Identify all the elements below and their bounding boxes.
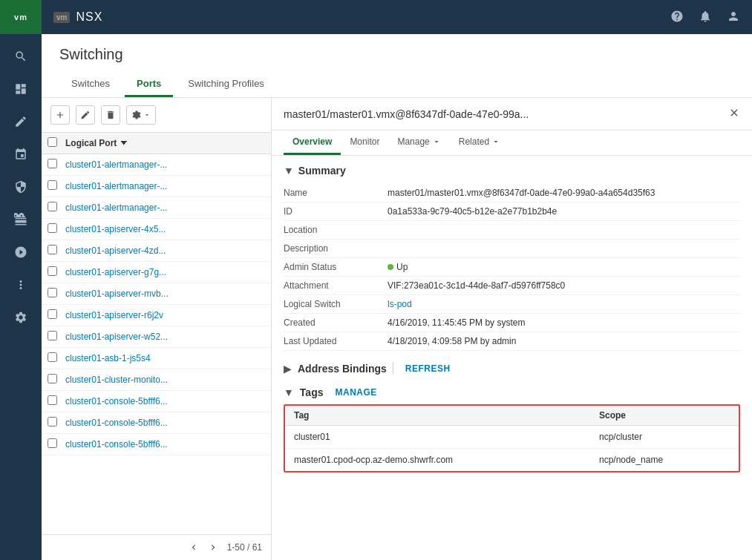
delete-button[interactable] [101,105,120,125]
tab-ports[interactable]: Ports [125,72,173,97]
list-item[interactable]: cluster01-alertmanager-... [42,197,271,219]
tab-switches[interactable]: Switches [59,72,122,97]
detail-tab-related[interactable]: Related [450,131,509,155]
scope-value-0: ncp/cluster [590,426,739,448]
detail-tab-overview[interactable]: Overview [284,131,341,155]
summary-toggle-icon: ▼ [284,165,294,177]
sidebar-item-network[interactable] [0,138,42,171]
row-checkbox-11[interactable] [48,395,65,407]
page-header: Switching Switches Ports Switching Profi… [42,34,752,98]
sidebar-item-search[interactable] [0,40,42,73]
list-item[interactable]: cluster01-asb-1-js5s4 [42,348,271,369]
logo-text: vm [14,13,27,22]
row-checkbox-10[interactable] [48,374,65,386]
scope-value-1: ncp/node_name [590,449,739,471]
tab-switching-profiles[interactable]: Switching Profiles [176,72,276,97]
list-item[interactable]: cluster01-apiserver-4x5... [42,219,271,240]
topbar-vm-logo: vm [53,12,70,23]
address-bindings-header: ▶ Address Bindings REFRESH [284,363,740,375]
summary-section: ▼ Summary Name master01/master01.vmx@8f6… [284,165,740,351]
row-text-2: cluster01-alertmanager-... [65,202,167,213]
tags-manage-button[interactable]: MANAGE [336,387,377,398]
sidebar-item-settings[interactable] [0,301,42,334]
property-label-4: Admin Status [284,262,388,272]
row-checkbox-5[interactable] [48,266,65,278]
row-checkbox-3[interactable] [48,223,65,235]
list-item[interactable]: cluster01-console-5bfff6... [42,412,271,434]
list-item[interactable]: cluster01-console-5bfff6... [42,434,271,455]
list-item[interactable]: cluster01-apiserver-r6j2v [42,305,271,326]
select-all-checkbox[interactable] [48,137,65,149]
property-value-7: 4/16/2019, 11:45:45 PM by system [388,317,740,328]
edit-button[interactable] [76,105,95,125]
property-value-8: 4/18/2019, 4:09:58 PM by admin [388,336,740,346]
property-value-2 [388,225,740,235]
property-label-2: Location [284,225,388,235]
list-item[interactable]: cluster01-apiserver-g7g... [42,262,271,283]
detail-tab-manage[interactable]: Manage [388,131,449,155]
list-rows-container: cluster01-alertmanager-... cluster01-ale… [42,154,271,455]
prev-page-button[interactable] [186,539,202,556]
row-checkbox-8[interactable] [48,331,65,343]
status-dot [388,264,393,270]
property-value-1: 0a1a533a-9c79-40c5-b12e-a2e77b1b2b4e [388,206,740,217]
sidebar-item-security[interactable] [0,171,42,203]
sidebar-item-edit[interactable] [0,105,42,138]
row-text-11: cluster01-console-5bfff6... [65,396,168,406]
summary-field-row: Logical Switch ls-pod [284,295,740,314]
summary-field-row: ID 0a1a533a-9c79-40c5-b12e-a2e77b1b2b4e [284,202,740,221]
row-text-7: cluster01-apiserver-r6j2v [65,310,163,320]
sidebar-item-dashboard[interactable] [0,73,42,105]
row-text-3: cluster01-apiserver-4x5... [65,224,166,234]
sidebar-item-more[interactable] [0,269,42,301]
list-item[interactable]: cluster01-apiserver-mvb... [42,283,271,305]
row-checkbox-9[interactable] [48,352,65,364]
property-label-0: Name [284,188,388,198]
next-page-button[interactable] [205,539,221,556]
right-panel: master01/master01.vmx@8f6347df-0ade-47e0… [272,98,752,560]
row-text-12: cluster01-console-5bfff6... [65,418,168,428]
user-icon[interactable] [727,10,740,25]
list-item[interactable]: cluster01-alertmanager-... [42,154,271,176]
row-checkbox-12[interactable] [48,417,65,429]
property-label-7: Created [284,317,388,328]
app-logo: vm [0,0,42,34]
row-text-13: cluster01-console-5bfff6... [65,439,168,449]
property-value-link-6[interactable]: ls-pod [388,299,740,309]
list-item[interactable]: cluster01-apiserver-4zd... [42,240,271,262]
row-checkbox-2[interactable] [48,202,65,214]
tags-title: Tags [300,386,324,398]
select-all-input[interactable] [48,137,57,147]
main-tabs: Switches Ports Switching Profiles [59,72,734,97]
tags-row: master01.cpod-ocp.az-demo.shwrfr.com ncp… [285,449,739,471]
row-checkbox-1[interactable] [48,180,65,192]
detail-tab-monitor[interactable]: Monitor [341,131,388,155]
summary-field-row: Last Updated 4/18/2019, 4:09:58 PM by ad… [284,332,740,351]
address-bindings-toggle-icon: ▶ [284,363,292,375]
sidebar-item-plugins[interactable] [0,236,42,269]
row-checkbox-0[interactable] [48,159,65,171]
row-checkbox-7[interactable] [48,309,65,321]
list-item[interactable]: cluster01-console-5bfff6... [42,391,271,412]
tags-col-tag-header: Tag [285,406,590,425]
list-item[interactable]: cluster01-apiserver-w52... [42,326,271,348]
property-value-3 [388,243,740,254]
add-button[interactable] [50,105,70,125]
gear-dropdown-button[interactable] [126,105,156,125]
bell-icon[interactable] [699,10,712,25]
address-bindings-refresh-button[interactable]: REFRESH [405,363,451,374]
row-checkbox-4[interactable] [48,245,65,257]
detail-close-button[interactable] [728,107,740,121]
sidebar-item-inventory[interactable] [0,203,42,236]
tags-section: ▼ Tags MANAGE Tag Scope cluster01 ncp/cl… [284,386,740,472]
summary-field-row: Created 4/16/2019, 11:45:45 PM by system [284,314,740,332]
row-checkbox-13[interactable] [48,438,65,450]
list-item[interactable]: cluster01-cluster-monito... [42,369,271,391]
list-item[interactable]: cluster01-alertmanager-... [42,176,271,197]
summary-header[interactable]: ▼ Summary [284,165,740,177]
summary-field-row: Description [284,240,740,258]
row-checkbox-6[interactable] [48,288,65,300]
help-icon[interactable] [670,10,684,25]
sidebar-nav [0,37,42,560]
address-bindings-title: Address Bindings [298,363,387,375]
